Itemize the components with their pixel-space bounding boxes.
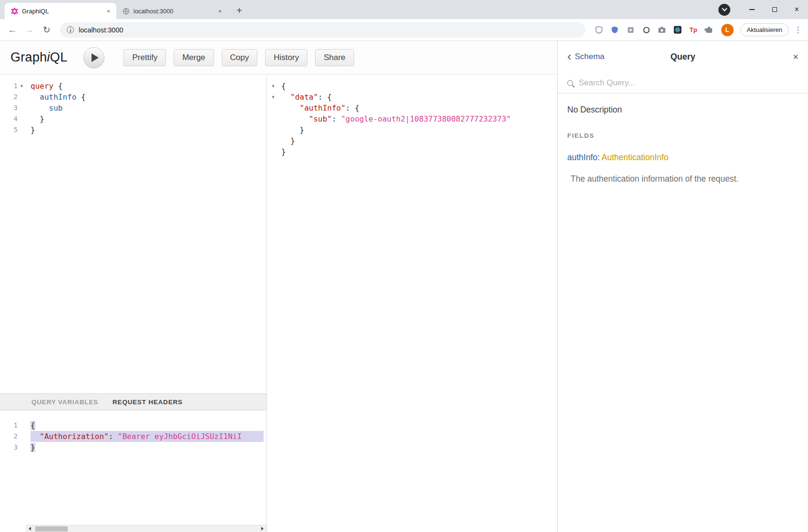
new-tab-button[interactable]: +	[233, 4, 246, 17]
gutter-row	[267, 113, 279, 124]
code-token: "Authorization"	[40, 432, 109, 441]
tab-localhost[interactable]: localhost:3000 ×	[116, 3, 228, 19]
request-headers-editor[interactable]: 123 { "Authorization": "Bearer eyJhbGciO…	[0, 410, 266, 525]
history-button[interactable]: History	[265, 49, 307, 66]
line-number: 5	[0, 124, 18, 135]
copy-button[interactable]: Copy	[222, 49, 258, 66]
back-button[interactable]: ←	[5, 22, 20, 38]
ring-extension-icon[interactable]	[641, 25, 652, 35]
tab-request-headers[interactable]: REQUEST HEADERS	[113, 399, 183, 406]
prettify-button[interactable]: Prettify	[123, 49, 166, 66]
code-token: }	[31, 443, 35, 452]
update-button[interactable]: Aktualisieren	[740, 23, 789, 36]
url-bar[interactable]: localhost:3000	[60, 22, 585, 38]
code-token: }	[31, 114, 44, 123]
code-token	[281, 92, 290, 102]
doc-back-link[interactable]: ‹ Schema	[567, 51, 604, 62]
code-token	[281, 114, 309, 123]
tab-graphiql[interactable]: GraphiQL ×	[5, 3, 116, 19]
fold-arrow-icon[interactable]: ▾	[18, 81, 26, 92]
shield-outline-extension-icon[interactable]	[594, 25, 604, 35]
graphiql-main: GraphiQL Prettify Merge Copy History Sha…	[0, 41, 558, 532]
code-token: :	[332, 114, 341, 123]
code-token: }	[281, 147, 286, 156]
browser-menu-button[interactable]: ⋮	[793, 22, 803, 38]
doc-fields-header: FIELDS	[567, 132, 798, 139]
code-token: }	[281, 125, 304, 134]
line-number: 2	[0, 431, 18, 442]
graphiql-logo: GraphiQL	[10, 50, 67, 65]
execute-query-button[interactable]	[83, 47, 104, 68]
chevron-down-icon	[722, 6, 727, 11]
share-button[interactable]: Share	[315, 49, 354, 66]
gutter-row	[267, 102, 279, 113]
code-token: "google-oauth2|108377380082777232373"	[341, 114, 511, 123]
code-token	[31, 103, 49, 113]
doc-no-description: No Description	[567, 105, 798, 115]
code-token	[281, 103, 300, 113]
chevron-left-icon: ‹	[567, 50, 572, 62]
window-close-button[interactable]: ×	[786, 0, 808, 19]
code-token: : {	[346, 103, 359, 113]
url-text: localhost:3000	[79, 26, 123, 34]
gutter-row: 3	[0, 102, 26, 113]
query-editor[interactable]: 1▾2345 query { authInfo { sub }}	[0, 74, 266, 393]
browser-chevron-button[interactable]	[718, 4, 730, 16]
code-token: :	[109, 432, 118, 441]
site-info-icon[interactable]	[67, 26, 74, 33]
result-fold-gutter: ▾▾	[267, 74, 279, 532]
window-minimize-button[interactable]	[741, 0, 763, 19]
query-editor-code[interactable]: query { authInfo { sub }}	[26, 74, 266, 393]
tab-close-icon[interactable]: ×	[216, 7, 224, 15]
window-maximize-button[interactable]	[763, 0, 786, 19]
reload-button[interactable]: ↻	[39, 22, 54, 38]
camera-extension-icon[interactable]	[657, 25, 667, 35]
code-line: }	[281, 146, 554, 157]
fold-arrow-icon[interactable]: ▾	[267, 92, 279, 102]
code-line: query {	[31, 81, 264, 92]
code-token: "authInfo"	[300, 103, 346, 113]
scrollbar-thumb[interactable]	[35, 526, 68, 532]
tp-extension-icon[interactable]: Tp	[688, 25, 699, 35]
box-extension-icon[interactable]	[625, 25, 636, 35]
scroll-left-button[interactable]	[26, 525, 34, 532]
code-line: {	[31, 420, 264, 431]
headers-editor-code[interactable]: { "Authorization": "Bearer eyJhbGciOiJSU…	[26, 410, 266, 525]
window-controls: ×	[718, 0, 808, 19]
selection-highlight: {	[31, 421, 35, 430]
line-number: 3	[0, 102, 18, 113]
fold-arrow-icon[interactable]: ▾	[267, 81, 279, 92]
extensions-puzzle-icon[interactable]	[704, 25, 715, 35]
doc-field-type-link[interactable]: AuthenticationInfo	[602, 153, 668, 162]
profile-avatar[interactable]: L	[721, 24, 734, 36]
react-devtools-extension-icon[interactable]	[673, 25, 683, 35]
merge-button[interactable]: Merge	[174, 49, 214, 66]
gutter-row: ▾	[267, 81, 279, 92]
code-token: "sub"	[309, 114, 332, 123]
horizontal-scrollbar[interactable]	[26, 525, 266, 532]
secondary-editor-tabs: QUERY VARIABLES REQUEST HEADERS	[0, 393, 266, 410]
scroll-right-button[interactable]	[258, 525, 266, 532]
tab-query-variables[interactable]: QUERY VARIABLES	[31, 399, 98, 406]
doc-field-name-link[interactable]: authInfo	[567, 153, 597, 162]
code-line: authInfo {	[31, 92, 264, 102]
tab-strip: GraphiQL × localhost:3000 × + ×	[0, 0, 808, 19]
forward-button[interactable]: →	[22, 22, 37, 38]
blue-shield-extension-icon[interactable]	[610, 25, 620, 35]
code-line: sub	[31, 102, 264, 113]
code-token	[31, 432, 40, 441]
scrollbar-track[interactable]	[34, 525, 258, 532]
code-token: {	[31, 421, 35, 430]
tab-close-icon[interactable]: ×	[104, 7, 113, 15]
gutter-row	[267, 135, 279, 146]
logo-text: Graph	[10, 50, 47, 64]
doc-close-button[interactable]: ×	[793, 51, 798, 62]
doc-search-input[interactable]	[579, 78, 798, 88]
result-pane: ▾▾ { "data": { "authInfo": { "sub": "goo…	[267, 74, 557, 532]
minimize-icon	[749, 9, 755, 10]
code-token: {	[58, 82, 63, 91]
line-number: 1	[0, 81, 18, 92]
doc-explorer-body: No Description FIELDS authInfo: Authenti…	[558, 93, 808, 195]
graphiql-toolbar: GraphiQL Prettify Merge Copy History Sha…	[0, 41, 557, 74]
gutter-row: 2	[0, 431, 26, 442]
